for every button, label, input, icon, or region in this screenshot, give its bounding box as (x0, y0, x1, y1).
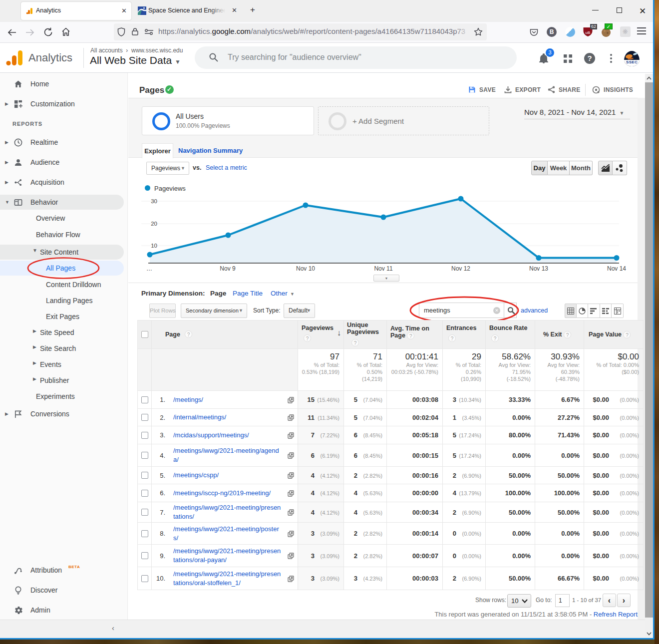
svg-text:Nov 9: Nov 9 (220, 265, 236, 272)
svg-text:30: 30 (151, 198, 157, 204)
svg-text:Nov 11: Nov 11 (374, 265, 392, 272)
svg-text:10: 10 (151, 243, 157, 249)
svg-text:Nov 14: Nov 14 (607, 265, 626, 272)
svg-text:uB: uB (586, 30, 591, 35)
svg-text:Nov 13: Nov 13 (529, 265, 548, 272)
svg-text:20: 20 (151, 221, 157, 227)
svg-text:Nov 12: Nov 12 (451, 265, 470, 272)
svg-text:…: … (146, 265, 152, 272)
svg-text:Nov 10: Nov 10 (296, 265, 315, 272)
